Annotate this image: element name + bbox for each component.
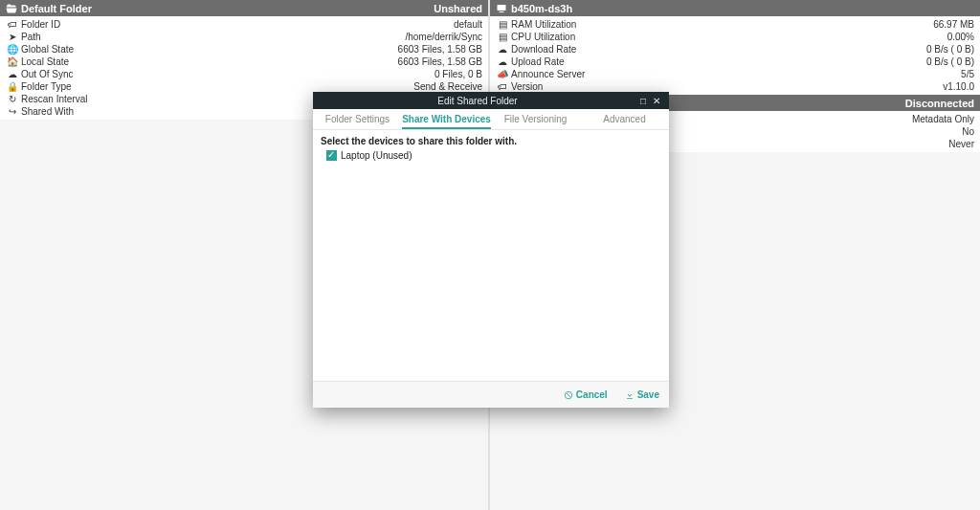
announce-row: 📣Announce Server5/5 [490, 68, 980, 80]
share-prompt: Select the devices to share this folder … [321, 136, 661, 146]
path-row: ➤Path/home/derrik/Sync [0, 31, 488, 43]
row-icon: ↪ [6, 105, 19, 118]
row-value: 0 B/s ( 0 B) [926, 55, 974, 68]
row-value: 66.97 MB [933, 18, 974, 31]
svg-rect-0 [498, 5, 506, 11]
local-state-row: 🏠Local State6603 Files, 1.58 GB [0, 55, 488, 68]
row-label: Announce Server [511, 68, 961, 80]
row-value: 5/5 [961, 68, 974, 80]
device-share-row[interactable]: Laptop (Unused) [321, 149, 661, 162]
row-value: /home/derrik/Sync [405, 31, 482, 43]
row-value: 0 Files, 0 B [434, 68, 482, 80]
row-value: No [962, 125, 974, 138]
row-icon: ☁ [496, 55, 509, 68]
modal-footer: Cancel Save [313, 381, 669, 408]
row-icon: 🏠 [6, 55, 19, 68]
row-value: Metadata Only [912, 113, 974, 125]
folder-id-row: 🏷Folder IDdefault [0, 18, 488, 31]
device-list: Laptop (Unused) [321, 149, 661, 162]
row-value: default [454, 18, 482, 31]
row-label: RAM Utilization [511, 18, 933, 31]
device-panel-status: Disconnected [905, 98, 974, 109]
row-icon: ↻ [6, 93, 19, 105]
row-icon: ☁ [496, 43, 509, 55]
modal-title: Edit Shared Folder [319, 96, 636, 106]
row-icon: 🔒 [6, 80, 19, 93]
download-row: ☁Download Rate0 B/s ( 0 B) [490, 43, 980, 55]
edit-shared-folder-modal: Edit Shared Folder □ ✕ Folder SettingsSh… [313, 92, 669, 408]
folder-panel-title: Default Folder [21, 3, 434, 14]
tab-folder-settings[interactable]: Folder Settings [313, 109, 402, 129]
save-button[interactable]: Save [625, 389, 659, 400]
upload-row: ☁Upload Rate0 B/s ( 0 B) [490, 55, 980, 68]
tab-share-with-devices[interactable]: Share With Devices [402, 109, 491, 129]
out-of-sync-row: ☁Out Of Sync0 Files, 0 B [0, 68, 488, 80]
folder-open-icon [6, 3, 17, 14]
tab-file-versioning[interactable]: File Versioning [491, 109, 580, 129]
row-icon: ☁ [6, 68, 19, 80]
ram-row: ▤RAM Utilization66.97 MB [490, 18, 980, 31]
row-label: Folder ID [21, 18, 454, 31]
row-icon: 🏷 [6, 18, 19, 31]
host-panel-header[interactable]: b450m-ds3h [490, 0, 980, 16]
row-label: Download Rate [511, 43, 926, 55]
host-icon [496, 3, 507, 14]
cancel-button[interactable]: Cancel [564, 389, 608, 400]
row-value: 0 B/s ( 0 B) [926, 43, 974, 55]
row-value: v1.10.0 [943, 80, 974, 93]
row-value: 6603 Files, 1.58 GB [398, 43, 482, 55]
modal-tabs: Folder SettingsShare With DevicesFile Ve… [313, 109, 669, 130]
folder-panel-status: Unshared [434, 3, 482, 14]
device-share-checkbox[interactable] [326, 150, 337, 161]
modal-titlebar[interactable]: Edit Shared Folder □ ✕ [313, 92, 669, 109]
svg-line-5 [567, 392, 570, 396]
cancel-icon [564, 390, 573, 400]
row-label: Global State [21, 43, 398, 55]
svg-rect-1 [500, 11, 504, 12]
host-kv-list: ▤RAM Utilization66.97 MB▤CPU Utilization… [490, 16, 980, 95]
row-value: 0.00% [947, 31, 974, 43]
row-label: CPU Utilization [511, 31, 947, 43]
save-label: Save [637, 389, 659, 400]
row-label: Local State [21, 55, 398, 68]
save-download-icon [625, 390, 635, 400]
tab-advanced[interactable]: Advanced [580, 109, 669, 129]
device-share-label: Laptop (Unused) [341, 150, 412, 161]
row-label: Path [21, 31, 405, 43]
modal-body: Select the devices to share this folder … [313, 130, 669, 381]
global-state-row: 🌐Global State6603 Files, 1.58 GB [0, 43, 488, 55]
host-panel-title: b450m-ds3h [511, 3, 974, 14]
row-icon: ▤ [496, 31, 509, 43]
row-value: 6603 Files, 1.58 GB [398, 55, 482, 68]
row-icon: ➤ [6, 31, 19, 43]
row-icon: 📣 [496, 68, 509, 80]
window-maximize-icon[interactable]: □ [636, 96, 650, 106]
window-close-icon[interactable]: ✕ [650, 96, 663, 106]
cancel-label: Cancel [576, 389, 608, 400]
row-icon: 🌐 [6, 43, 19, 55]
row-label: Out Of Sync [21, 68, 434, 80]
cpu-row: ▤CPU Utilization0.00% [490, 31, 980, 43]
row-icon: ▤ [496, 18, 509, 31]
row-value: Never [948, 138, 974, 150]
folder-panel-header[interactable]: Default Folder Unshared [0, 0, 488, 16]
row-label: Upload Rate [511, 55, 926, 68]
